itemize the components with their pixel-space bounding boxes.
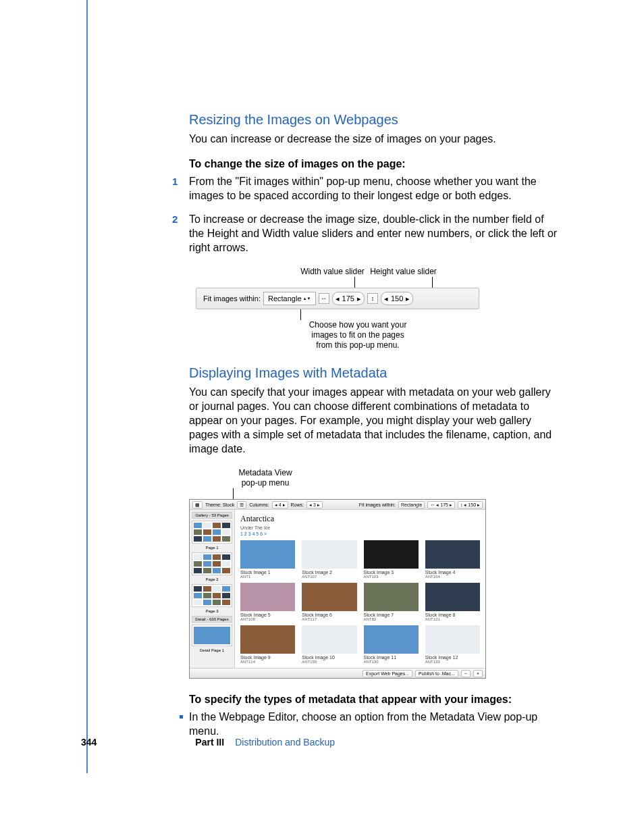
chevron-left-icon: ◂ bbox=[336, 294, 340, 303]
sidebar-page2-caption: Page 2 bbox=[192, 577, 232, 581]
section1-intro: You can increase or decrease the size of… bbox=[189, 132, 560, 146]
step-1: 1From the "Fit images within" pop-up men… bbox=[189, 174, 560, 203]
theme-label: Theme: Stock bbox=[205, 502, 234, 507]
gallery-item[interactable]: Stock Image 2ANT107 bbox=[302, 540, 356, 579]
export-button[interactable]: Export Web Pages... bbox=[363, 670, 412, 677]
app-toolbar: ▦ Theme: Stock ☰ Columns: ◂ 4 ▸ Rows: ◂ … bbox=[190, 500, 485, 510]
callout-metadata-popup: Metadata View pop-up menu bbox=[232, 468, 299, 488]
height-value: 150 bbox=[391, 294, 403, 303]
figure-fit-images-toolbar: Width value slider Height value slider F… bbox=[196, 267, 479, 350]
zoom-in-button[interactable]: + bbox=[473, 670, 483, 677]
page: Resizing the Images on Webpages You can … bbox=[0, 0, 644, 834]
webpage-editor-window: ▦ Theme: Stock ☰ Columns: ◂ 4 ▸ Rows: ◂ … bbox=[189, 499, 486, 679]
step-text: To increase or decrease the image size, … bbox=[189, 213, 557, 253]
fit-images-select[interactable]: Rectangle ▲▼ bbox=[263, 292, 316, 305]
bullet-item: In the Webpage Editor, choose an option … bbox=[189, 710, 560, 738]
publish-button[interactable]: Publish to .Mac... bbox=[415, 670, 458, 677]
height-icon: ↕ bbox=[367, 293, 378, 304]
step-number: 1 bbox=[172, 174, 178, 188]
gallery-grid: Stock Image 1ANT1 Stock Image 2ANT107 St… bbox=[240, 540, 480, 664]
select-arrows-icon: ▲▼ bbox=[303, 296, 310, 301]
task-heading-1: To change the size of images on the page… bbox=[189, 158, 560, 170]
zoom-out-button[interactable]: − bbox=[461, 670, 471, 677]
part-label: Part III bbox=[195, 737, 224, 748]
metadata-view-popup[interactable]: ☰ bbox=[237, 501, 246, 509]
sidebar-detail-caption: Detail Page 1 bbox=[192, 648, 232, 652]
gallery-title: Antarctica bbox=[240, 514, 480, 524]
chevron-right-icon: ▸ bbox=[357, 294, 361, 303]
chevron-right-icon: ▸ bbox=[406, 294, 410, 303]
step-text: From the "Fit images within" pop-up menu… bbox=[189, 176, 537, 201]
rows-stepper[interactable]: ◂ 3 ▸ bbox=[306, 501, 323, 509]
callout-width-slider: Width value slider bbox=[297, 267, 368, 277]
step-2: 2To increase or decrease the image size,… bbox=[189, 212, 560, 255]
gallery-pagination[interactable]: 1 2 3 4 5 6 > bbox=[240, 531, 480, 536]
page-number: 344 bbox=[81, 737, 97, 748]
left-margin-rule bbox=[86, 0, 88, 773]
sidebar-detail-label: Detail - 630 Pages bbox=[192, 616, 232, 623]
sidebar-detail-thumb[interactable] bbox=[192, 625, 232, 646]
gallery-item[interactable]: Stock Image 1ANT1 bbox=[240, 540, 295, 579]
width-value: 175 bbox=[342, 294, 354, 303]
width-stepper-small[interactable]: ↔ ◂ 175 ▸ bbox=[427, 501, 455, 509]
sidebar-page3-caption: Page 3 bbox=[192, 609, 232, 613]
rows-label: Rows: bbox=[291, 502, 304, 507]
theme-button[interactable]: ▦ bbox=[192, 501, 203, 509]
gallery-item[interactable]: Stock Image 8ANT121 bbox=[425, 583, 480, 621]
callout-fit-popup: Choose how you want your images to fit o… bbox=[304, 320, 412, 350]
width-icon: ↔ bbox=[319, 293, 329, 304]
sidebar-page3-thumbs[interactable] bbox=[192, 584, 232, 607]
gallery-item[interactable]: Stock Image 11ANT130 bbox=[364, 625, 419, 664]
callout-height-slider: Height value slider bbox=[368, 267, 439, 277]
gallery-main: Antarctica Under The Ice 1 2 3 4 5 6 > S… bbox=[235, 510, 485, 668]
fit-images-label: Fit images within: bbox=[203, 294, 261, 303]
height-stepper[interactable]: ◂ 150 ▸ bbox=[381, 292, 413, 305]
part-title: Distribution and Backup bbox=[235, 737, 335, 748]
callout-line bbox=[189, 488, 486, 499]
chevron-left-icon: ◂ bbox=[384, 294, 388, 303]
steps-list: 1From the "Fit images within" pop-up men… bbox=[189, 174, 560, 255]
page-footer: 344 Part III Distribution and Backup bbox=[81, 737, 560, 748]
gallery-item[interactable]: Stock Image 6ANT117 bbox=[302, 583, 356, 621]
width-stepper[interactable]: ◂ 175 ▸ bbox=[332, 292, 365, 305]
gallery-item[interactable]: Stock Image 3ANT103 bbox=[364, 540, 419, 579]
task-heading-2: To specify the types of metadata that ap… bbox=[189, 694, 560, 706]
section2-body: You can specify that your images appear … bbox=[189, 385, 560, 456]
bullet-list: In the Webpage Editor, choose an option … bbox=[189, 710, 560, 738]
columns-label: Columns: bbox=[249, 502, 269, 507]
sidebar-gallery-label: Gallery - 53 Pages bbox=[192, 512, 232, 519]
columns-stepper[interactable]: ◂ 4 ▸ bbox=[272, 501, 288, 509]
gallery-item[interactable]: Stock Image 12ANT133 bbox=[425, 625, 480, 664]
fit-images-toolbar: Fit images within: Rectangle ▲▼ ↔ ◂ 175 … bbox=[196, 288, 479, 309]
gallery-item[interactable]: Stock Image 7ANT82 bbox=[364, 583, 419, 621]
sidebar-page1-caption: Page 1 bbox=[192, 546, 232, 550]
gallery-item[interactable]: Stock Image 4ANT104 bbox=[425, 540, 480, 579]
app-footer: Export Web Pages... Publish to .Mac... −… bbox=[190, 668, 485, 678]
callout-lines-bottom bbox=[196, 309, 479, 320]
gallery-subtitle: Under The Ice bbox=[240, 525, 480, 530]
step-number: 2 bbox=[172, 212, 178, 226]
fit-select-small[interactable]: Rectangle bbox=[398, 501, 425, 509]
figure-metadata-app: Metadata View pop-up menu ▦ Theme: Stock… bbox=[189, 468, 486, 679]
section-heading-metadata: Displaying Images with Metadata bbox=[189, 365, 560, 381]
fit-images-select-value: Rectangle bbox=[268, 294, 302, 303]
sidebar-page2-thumbs[interactable] bbox=[192, 552, 232, 575]
sidebar-page1-thumbs[interactable] bbox=[192, 521, 232, 544]
gallery-item[interactable]: Stock Image 5ANT108 bbox=[240, 583, 295, 621]
height-stepper-small[interactable]: ↕ ◂ 150 ▸ bbox=[458, 501, 483, 509]
gallery-item[interactable]: Stock Image 10ANT155 bbox=[302, 625, 356, 664]
sidebar: Gallery - 53 Pages Page 1 Page 2 bbox=[190, 510, 235, 668]
fit-label-small: Fit images within: bbox=[359, 502, 396, 507]
section-heading-resizing: Resizing the Images on Webpages bbox=[189, 112, 560, 128]
gallery-item[interactable]: Stock Image 9ANT114 bbox=[240, 625, 295, 664]
callout-lines-top bbox=[196, 277, 479, 288]
